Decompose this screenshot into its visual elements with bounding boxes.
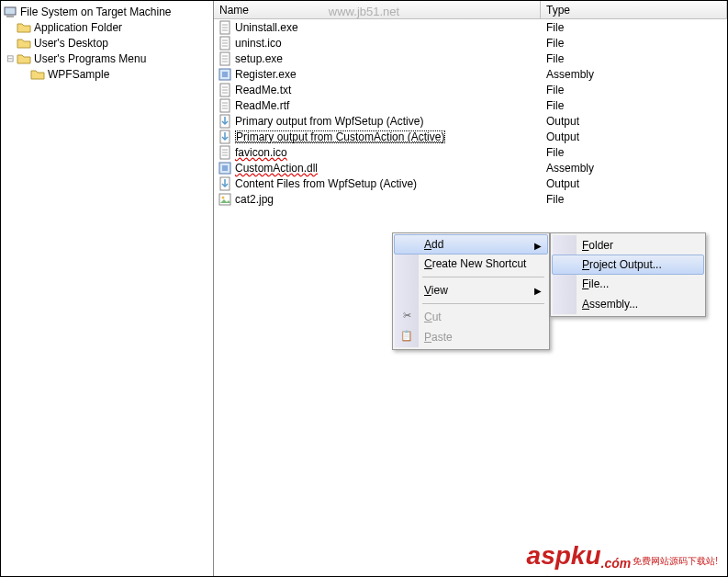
table-row[interactable]: favicon.icoFile — [214, 144, 727, 160]
menu-item-label: Add — [424, 238, 443, 251]
img-icon — [218, 192, 232, 207]
logo-main: aspku — [527, 541, 601, 571]
table-row[interactable]: CustomAction.dllAssembly — [214, 160, 727, 175]
svg-rect-15 — [222, 72, 228, 77]
out-icon — [218, 114, 232, 129]
file-name: Uninstall.exe — [235, 21, 298, 34]
file-type: Assembly — [541, 162, 727, 175]
menu-item-view[interactable]: View▶ — [395, 280, 547, 300]
menu-item-paste: 📋Paste — [395, 327, 547, 347]
menu-item-label: View — [424, 284, 448, 297]
doc-icon — [218, 51, 232, 66]
svg-point-37 — [222, 196, 225, 198]
out-icon — [218, 176, 232, 191]
doc-icon — [218, 20, 232, 35]
file-name: ReadMe.txt — [235, 84, 291, 96]
doc-icon — [218, 83, 232, 97]
list-header: Name Type — [214, 1, 727, 19]
tree-panel: File System on Target Machine Applicatio… — [1, 1, 214, 576]
logo-subtitle: 免费网站源码下载站! — [633, 555, 718, 568]
file-type: File — [541, 21, 727, 34]
tree-root[interactable]: File System on Target Machine — [3, 4, 211, 19]
menu-item-label: Project Output... — [582, 258, 662, 271]
doc-icon — [218, 145, 232, 160]
file-type: File — [541, 146, 727, 159]
context-submenu-add: FolderProject Output...File...Assembly..… — [550, 232, 706, 317]
out-icon — [218, 130, 232, 144]
file-name: Register.exe — [235, 68, 297, 81]
menu-item-cut: ✂Cut — [395, 307, 547, 327]
file-type: Output — [541, 177, 727, 190]
file-type: File — [541, 84, 727, 96]
asm-icon — [218, 67, 232, 82]
menu-item-file-[interactable]: File... — [553, 274, 703, 294]
cut-icon: ✂ — [399, 310, 414, 324]
tree-node-label: User's Desktop — [33, 37, 108, 50]
file-type: File — [541, 99, 727, 112]
menu-item-folder[interactable]: Folder — [553, 235, 703, 255]
file-name: ReadMe.rtf — [235, 99, 289, 112]
file-name: Primary output from WpfSetup (Active) — [235, 115, 423, 128]
column-name[interactable]: Name — [214, 1, 541, 18]
column-type[interactable]: Type — [541, 1, 727, 18]
menu-item-create-new-shortcut[interactable]: Create New Shortcut — [395, 254, 547, 274]
file-name: uninst.ico — [235, 37, 282, 50]
file-type: Assembly — [541, 68, 727, 81]
doc-icon — [218, 36, 232, 51]
site-logo: aspku.cóm 免费网站源码下载站! — [527, 541, 718, 571]
menu-item-label: Cut — [424, 311, 442, 323]
table-row[interactable]: cat2.jpgFile — [214, 191, 727, 207]
menu-item-label: Paste — [424, 331, 453, 344]
folder-icon — [17, 20, 31, 35]
menu-item-assembly-[interactable]: Assembly... — [553, 294, 703, 314]
tree-node[interactable]: Application Folder — [3, 19, 211, 35]
folder-icon — [30, 67, 45, 82]
table-row[interactable]: Uninstall.exeFile — [214, 19, 727, 35]
menu-item-label: Create New Shortcut — [424, 257, 526, 270]
file-name: Primary output from CustomAction (Active… — [235, 130, 445, 143]
context-menu: Add▶Create New ShortcutView▶✂Cut📋Paste — [392, 232, 550, 350]
tree-expand-icon[interactable]: ⊟ — [3, 51, 17, 66]
file-type: Output — [541, 130, 727, 143]
submenu-arrow-icon: ▶ — [534, 241, 542, 251]
menu-item-add[interactable]: Add▶ — [394, 234, 548, 255]
menu-item-label: File... — [582, 277, 609, 290]
computer-icon — [3, 5, 17, 19]
menu-item-label: Assembly... — [582, 298, 638, 311]
paste-icon: 📋 — [399, 330, 414, 345]
table-row[interactable]: uninst.icoFile — [214, 35, 727, 51]
table-row[interactable]: Primary output from WpfSetup (Active)Out… — [214, 113, 727, 129]
svg-rect-33 — [222, 165, 228, 171]
file-name: cat2.jpg — [235, 193, 274, 206]
folder-icon — [17, 36, 31, 51]
folder-icon — [17, 51, 31, 66]
file-name: favicon.ico — [235, 146, 287, 159]
table-row[interactable]: Primary output from CustomAction (Active… — [214, 129, 727, 144]
asm-icon — [218, 161, 232, 175]
menu-separator — [422, 303, 544, 304]
menu-item-project-output-[interactable]: Project Output... — [552, 255, 704, 275]
submenu-arrow-icon: ▶ — [534, 286, 542, 296]
file-type: File — [541, 193, 727, 206]
tree-node[interactable]: User's Desktop — [3, 35, 211, 51]
table-row[interactable]: Content Files from WpfSetup (Active)Outp… — [214, 175, 727, 191]
tree-expand-icon — [17, 66, 30, 82]
tree-root-label: File System on Target Machine — [19, 6, 172, 18]
svg-rect-0 — [5, 7, 16, 15]
tree-node-label: WPFSample — [47, 68, 109, 81]
tree-expand-icon — [3, 35, 17, 51]
table-row[interactable]: ReadMe.txtFile — [214, 82, 727, 97]
tree-node-label: Application Folder — [33, 21, 122, 34]
file-type: File — [541, 37, 727, 50]
table-row[interactable]: Register.exeAssembly — [214, 66, 727, 82]
menu-item-label: Folder — [582, 239, 613, 252]
svg-rect-1 — [6, 16, 14, 17]
table-row[interactable]: ReadMe.rtfFile — [214, 97, 727, 113]
table-row[interactable]: setup.exeFile — [214, 51, 727, 66]
tree-node-label: User's Programs Menu — [33, 52, 146, 65]
tree-node[interactable]: ⊟User's Programs Menu — [3, 51, 211, 66]
file-name: setup.exe — [235, 52, 283, 65]
tree-node[interactable]: WPFSample — [3, 66, 211, 82]
file-type: Output — [541, 115, 727, 128]
file-name: Content Files from WpfSetup (Active) — [235, 177, 417, 190]
